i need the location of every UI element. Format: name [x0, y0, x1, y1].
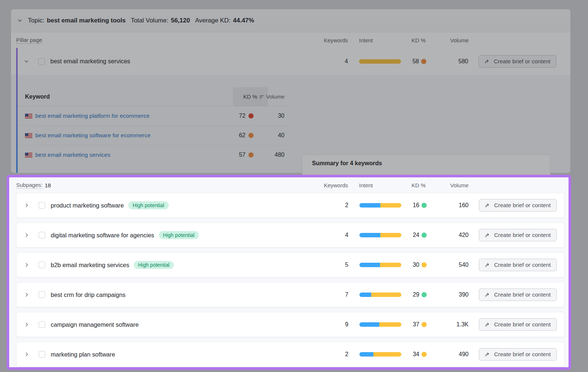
kd-value: 34: [390, 342, 419, 366]
subpages-label[interactable]: Subpages:: [16, 182, 43, 189]
pillar-checkbox[interactable]: [38, 58, 45, 65]
row-checkbox[interactable]: [39, 262, 45, 268]
topic-header-bar: Topic: best email marketing tools Total …: [11, 9, 570, 32]
pillar-title: best email marketing services: [50, 58, 130, 65]
subpage-row[interactable]: product marketing software High potentia…: [16, 193, 564, 218]
forward-arrow-icon: [484, 59, 490, 64]
keyword-rows: best email marketing platform for ecomme…: [18, 106, 291, 164]
col-kd: KD %: [396, 177, 426, 193]
chevron-right-icon[interactable]: [24, 232, 30, 238]
col-volume: Volume: [432, 32, 469, 48]
high-potential-badge: High potential: [159, 231, 199, 239]
keyword-link[interactable]: best email marketing platform for ecomme…: [35, 113, 150, 119]
subpage-row[interactable]: campaign management software 9 37 1.3K C…: [16, 312, 564, 337]
volume-value: 390: [432, 283, 469, 307]
kd-dot: [422, 233, 427, 238]
keyword-row: best email marketing services 57 480: [18, 145, 291, 164]
row-checkbox[interactable]: [39, 321, 45, 328]
pillar-kd-dot: [421, 59, 426, 64]
row-checkbox[interactable]: [39, 202, 45, 209]
chevron-right-icon[interactable]: [24, 202, 30, 208]
keyword-link[interactable]: best email marketing software for ecomme…: [35, 132, 151, 139]
keywords-count: 9: [312, 312, 348, 337]
create-brief-button[interactable]: Create brief or content: [479, 259, 557, 271]
subpage-row[interactable]: b2b email marketing services High potent…: [16, 252, 564, 277]
create-brief-label: Create brief or content: [494, 262, 551, 268]
subpages-header: Subpages: 18 Keywords Intent KD % Volume: [9, 177, 569, 193]
subpage-title: product marketing software: [51, 202, 124, 209]
kd-dot: [422, 203, 427, 208]
keywords-count: 7: [312, 283, 348, 307]
page: Topic: best email marketing tools Total …: [0, 0, 588, 372]
volume-value: 540: [432, 253, 469, 277]
col-kd: KD %: [396, 32, 426, 48]
kd-dot: [422, 352, 427, 357]
kd-value: 37: [390, 312, 419, 337]
create-brief-label: Create brief or content: [494, 232, 551, 238]
chevron-right-icon[interactable]: [24, 322, 30, 327]
create-brief-label: Create brief or content: [494, 291, 551, 298]
forward-arrow-icon: [485, 292, 491, 298]
col-keywords: Keywords: [311, 32, 348, 48]
kd-dot: [422, 322, 427, 327]
subpage-title: digital marketing software for agencies: [51, 232, 154, 239]
create-brief-label: Create brief or content: [494, 321, 551, 328]
kd-value: 29: [390, 283, 419, 307]
keyword-table: Keyword KD % Volume: [18, 87, 291, 164]
topic-card: Topic: best email marketing tools Total …: [11, 9, 570, 173]
keyword-table-header: Keyword KD % Volume: [18, 87, 291, 106]
create-brief-label: Create brief or content: [494, 58, 550, 65]
row-checkbox[interactable]: [39, 291, 45, 298]
subpage-title: b2b email marketing services: [51, 262, 129, 269]
volume-value: 30: [248, 106, 284, 125]
chevron-right-icon[interactable]: [24, 262, 30, 268]
high-potential-badge: High potential: [134, 261, 174, 269]
chevron-down-icon[interactable]: [17, 18, 23, 24]
chevron-right-icon[interactable]: [24, 292, 30, 298]
keywords-count: 4: [312, 223, 348, 247]
pillar-expanded-area: Keyword KD % Volume: [11, 75, 570, 173]
subpage-row[interactable]: marketing plan software 2 34 490 Create …: [16, 342, 564, 367]
keyword-link[interactable]: best email marketing services: [35, 152, 110, 158]
subpage-row[interactable]: digital marketing software for agencies …: [16, 223, 564, 248]
pillar-accent-border: [16, 48, 18, 173]
forward-arrow-icon: [485, 232, 491, 238]
topic-label: Topic:: [28, 17, 44, 24]
col-volume: Volume: [432, 177, 469, 193]
subpages-count: 18: [45, 182, 51, 188]
create-brief-label: Create brief or content: [494, 351, 551, 358]
col-intent: Intent: [359, 177, 373, 193]
subpage-row[interactable]: best crm for drip campaigns 7 29 390 Cre…: [16, 282, 564, 307]
volume-value: 1.3K: [432, 312, 469, 337]
kd-value: 57: [216, 145, 245, 164]
high-potential-badge: High potential: [128, 201, 169, 209]
chevron-down-icon[interactable]: [24, 59, 29, 64]
volume-value: 480: [248, 145, 284, 164]
keyword-row: best email marketing software for ecomme…: [18, 126, 291, 145]
volume-value: 490: [432, 342, 469, 366]
create-brief-button[interactable]: Create brief or content: [479, 199, 557, 212]
pillar-volume-value: 580: [431, 48, 468, 75]
row-checkbox[interactable]: [39, 351, 45, 358]
pillar-page-label[interactable]: Pillar page: [16, 37, 42, 44]
row-checkbox[interactable]: [39, 232, 45, 238]
kd-value: 72: [216, 106, 245, 125]
subpage-title: campaign management software: [51, 321, 139, 328]
create-brief-button[interactable]: Create brief or content: [479, 229, 557, 241]
subpage-title: marketing plan software: [51, 351, 115, 358]
forward-arrow-icon: [485, 322, 491, 327]
col-intent: Intent: [359, 32, 373, 48]
kd-dot: [422, 262, 427, 268]
kd-dot: [422, 292, 427, 297]
create-brief-button[interactable]: Create brief or content: [479, 318, 557, 331]
pillar-row[interactable]: best email marketing services 4 58 580 C…: [11, 48, 570, 75]
create-brief-button[interactable]: Create brief or content: [479, 288, 557, 301]
volume-value: 40: [248, 126, 284, 145]
create-brief-button[interactable]: Create brief or content: [478, 55, 556, 68]
create-brief-button[interactable]: Create brief or content: [479, 348, 557, 361]
chevron-right-icon[interactable]: [24, 351, 30, 357]
subpage-rows: product marketing software High potentia…: [16, 193, 564, 372]
pillar-keywords-count: 4: [311, 48, 348, 75]
volume-value: 420: [432, 223, 469, 247]
us-flag-icon: [25, 114, 32, 118]
